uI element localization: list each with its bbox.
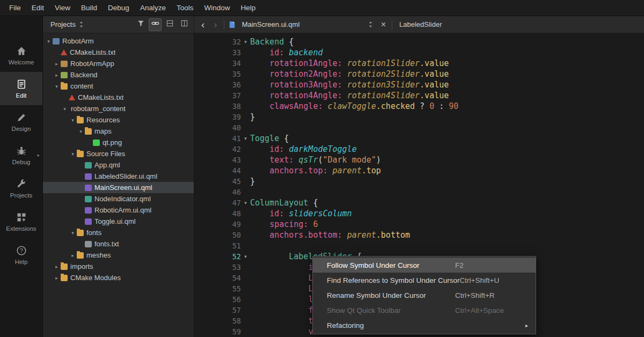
open-document-selector[interactable]: MainScreen.ui.qml (240, 19, 375, 30)
document-icon (228, 20, 236, 29)
expand-arrow-icon[interactable]: ▾ (69, 230, 76, 236)
code-line-37[interactable]: rotation4Angle: rotation4Slider.value (250, 90, 644, 101)
close-document-button[interactable]: × (379, 20, 388, 30)
tree-item-mainscreen-ui-qml[interactable]: MainScreen.ui.qml (43, 182, 194, 193)
expand-arrow-icon[interactable]: ▾ (61, 106, 68, 112)
code-line-47[interactable]: ColumnLayout { (250, 197, 644, 208)
menu-help[interactable]: Help (236, 2, 260, 14)
tree-item-resources[interactable]: ▾Resources (43, 114, 194, 126)
code-line-33[interactable]: id: backend (250, 47, 644, 58)
menu-file[interactable]: File (4, 2, 26, 14)
mode-edit[interactable]: Edit (0, 72, 42, 105)
home-icon (16, 46, 27, 56)
code-line-35[interactable]: rotation2Angle: rotation2Slider.value (250, 69, 644, 79)
menu-view[interactable]: View (50, 2, 75, 14)
code-line-32[interactable]: Backend { (250, 36, 644, 47)
mode-design[interactable]: Design (0, 105, 42, 138)
code-line-40[interactable] (250, 122, 644, 133)
expand-arrow-icon[interactable]: ▸ (53, 264, 60, 269)
expand-arrow-icon[interactable]: ▾ (69, 151, 76, 157)
mode-extensions[interactable]: Extensions (0, 205, 42, 238)
mode-welcome[interactable]: Welcome (0, 39, 42, 72)
tree-item-robotarm[interactable]: ▾RobotArm (43, 35, 194, 47)
tree-item-meshes[interactable]: ▸meshes (43, 250, 194, 261)
gutter-row: 55 (208, 283, 250, 294)
tree-item-labeledslider-ui-qml[interactable]: LabeledSlider.ui.qml (43, 171, 194, 182)
link-with-editor-button[interactable] (149, 18, 162, 31)
code-line-42[interactable]: id: darkModeToggle (250, 144, 644, 155)
tree-item-maps[interactable]: ▾maps (43, 126, 194, 137)
menu-item-shortcut: Ctrl+Alt+Space (455, 306, 528, 314)
code-line-45[interactable]: } (250, 176, 644, 187)
context-menu-item-refactoring[interactable]: Refactoring▸ (313, 318, 536, 333)
fold-marker-icon[interactable]: ▾ (241, 136, 250, 141)
tree-item-toggle-ui-qml[interactable]: Toggle.ui.qml (43, 216, 194, 227)
projects-pane-selector[interactable]: Projects (50, 20, 132, 28)
code-line-48[interactable]: id: slidersColumn (250, 208, 644, 219)
expand-arrow-icon[interactable]: ▸ (53, 275, 60, 281)
code-line-46[interactable] (250, 187, 644, 197)
gutter-row: 56 (208, 294, 250, 305)
code-line-39[interactable]: } (250, 112, 644, 122)
code-line-50[interactable]: anchors.bottom: parent.bottom (250, 230, 644, 240)
expand-arrow-icon[interactable]: ▾ (53, 84, 60, 89)
menu-debug[interactable]: Debug (103, 2, 134, 14)
tree-item-robotarm-content[interactable]: ▾robotarm_content (43, 103, 194, 114)
tree-item-roboticarm-ui-qml[interactable]: RoboticArm.ui.qml (43, 204, 194, 216)
go-forward-button[interactable]: › (211, 19, 219, 30)
split-button[interactable] (163, 18, 176, 31)
menu-edit[interactable]: Edit (27, 2, 49, 14)
go-back-button[interactable]: ‹ (199, 19, 207, 30)
folder-icon (61, 275, 68, 281)
menu-tools[interactable]: Tools (172, 2, 199, 14)
line-number: 36 (208, 80, 241, 89)
tree-item-qt-png[interactable]: qt.png (43, 137, 194, 148)
expand-arrow-icon[interactable]: ▾ (45, 39, 52, 44)
code-line-34[interactable]: rotation1Angle: rotation1Slider.value (250, 58, 644, 69)
expand-arrow-icon[interactable]: ▸ (53, 72, 60, 78)
fold-marker-icon[interactable]: ▾ (241, 39, 250, 45)
code-line-36[interactable]: rotation3Angle: rotation3Slider.value (250, 79, 644, 90)
menu-build[interactable]: Build (76, 2, 102, 14)
tree-item-cmakelists-txt[interactable]: CMakeLists.txt (43, 92, 194, 103)
expand-arrow-icon[interactable]: ▸ (69, 253, 76, 258)
tree-item-cmake-modules[interactable]: ▸CMake Modules (43, 272, 194, 283)
code-line-43[interactable]: text: qsTr("Dark mode") (250, 155, 644, 165)
tree-item-fonts-txt[interactable]: fonts.txt (43, 238, 194, 250)
close-split-button[interactable] (178, 18, 191, 31)
fold-marker-icon[interactable]: ▾ (241, 200, 250, 206)
tree-item-app-qml[interactable]: App.qml (43, 159, 194, 171)
context-menu-item-follow-symbol-under-cursor[interactable]: Follow Symbol Under CursorF2 (313, 258, 536, 273)
mode-debug[interactable]: Debug▸ (0, 138, 42, 172)
tree-item-label: RobotArmApp (70, 60, 114, 68)
cmake-icon (61, 49, 67, 55)
expand-arrow-icon[interactable]: ▾ (69, 118, 76, 123)
filter-button[interactable] (134, 18, 147, 31)
menu-analyze[interactable]: Analyze (135, 2, 171, 14)
fold-marker-icon[interactable]: ▾ (241, 254, 250, 259)
context-menu-item-rename-symbol-under-cursor[interactable]: Rename Symbol Under CursorCtrl+Shift+R (313, 288, 536, 303)
mode-projects[interactable]: Projects (0, 172, 42, 205)
menu-window[interactable]: Window (199, 2, 235, 14)
code-line-51[interactable] (250, 240, 644, 251)
tree-item-fonts[interactable]: ▾fonts (43, 227, 194, 238)
tree-item-backend[interactable]: ▸Backend (43, 69, 194, 80)
code-line-49[interactable]: spacing: 6 (250, 219, 644, 230)
line-number: 46 (208, 188, 241, 196)
code-line-41[interactable]: Toggle { (250, 133, 644, 144)
qt-creator-window: FileEditViewBuildDebugAnalyzeToolsWindow… (0, 0, 644, 337)
tree-item-imports[interactable]: ▸imports (43, 261, 194, 272)
qml-icon (85, 162, 92, 169)
tree-item-robotarmapp[interactable]: ▸RobotArmApp (43, 58, 194, 69)
expand-arrow-icon[interactable]: ▸ (53, 61, 60, 67)
symbol-selector[interactable]: LabeledSlider (396, 20, 442, 28)
mode-help[interactable]: ?Help (0, 238, 42, 272)
tree-item-nodeindicator-qml[interactable]: NodeIndicator.qml (43, 193, 194, 204)
context-menu-item-find-references-to-symbol-under-cursor[interactable]: Find References to Symbol Under CursorCt… (313, 273, 536, 288)
code-line-44[interactable]: anchors.top: parent.top (250, 165, 644, 176)
expand-arrow-icon[interactable]: ▾ (77, 129, 84, 134)
tree-item-cmakelists-txt[interactable]: CMakeLists.txt (43, 47, 194, 58)
code-line-38[interactable]: clawsAngle: clawToggle.checked ? 0 : 90 (250, 101, 644, 112)
tree-item-content[interactable]: ▾content (43, 80, 194, 92)
tree-item-source-files[interactable]: ▾Source Files (43, 148, 194, 159)
